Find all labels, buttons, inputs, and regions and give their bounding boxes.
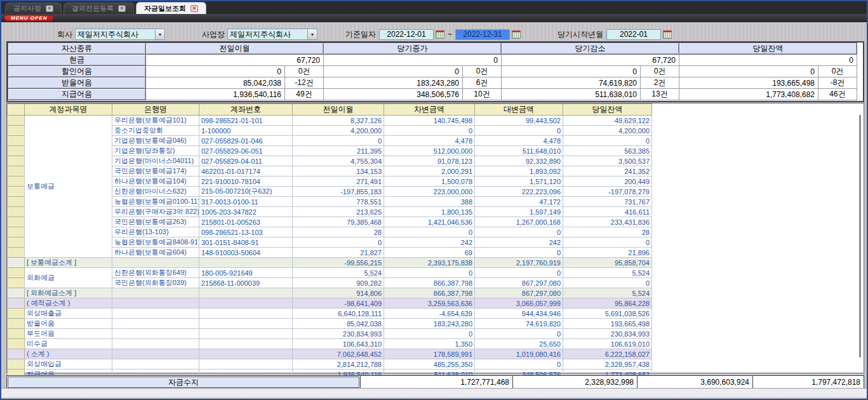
credit-amount-cell: 867,297,080 xyxy=(475,278,563,288)
summary-row[interactable]: 현금67,720067,7200 xyxy=(8,55,857,66)
footer-value-credit: 3,690,603,924 xyxy=(638,375,753,389)
row-indicator[interactable] xyxy=(8,187,25,197)
row-indicator[interactable] xyxy=(8,227,25,237)
grid-row[interactable]: 부도어음230,834,99300230,834,993 xyxy=(8,329,652,339)
row-indicator[interactable] xyxy=(8,177,25,187)
prev-balance-cell: 0 xyxy=(293,237,384,248)
bank-name-cell: 신한은행(외화통장649) xyxy=(112,268,199,278)
row-indicator[interactable] xyxy=(8,126,25,136)
row-indicator[interactable] xyxy=(8,339,25,349)
row-indicator[interactable] xyxy=(8,237,25,248)
credit-amount-cell: 944,434,946 xyxy=(475,309,563,319)
grid-row[interactable]: 외상매입금2,814,212,788485,255,35002,328,957,… xyxy=(8,359,652,370)
tab-notice[interactable]: 공지사항 × xyxy=(5,3,62,14)
account-name-cell: ( 소계 ) xyxy=(25,349,112,359)
row-indicator[interactable] xyxy=(8,258,25,268)
row-indicator[interactable] xyxy=(8,116,25,126)
account-number-cell xyxy=(199,288,293,298)
summary-row[interactable]: 지급어음1,936,540,11649건348,506,57610건511,63… xyxy=(8,89,857,100)
row-indicator[interactable] xyxy=(8,136,25,146)
row-indicator[interactable] xyxy=(8,329,25,339)
grid-row[interactable]: ( 예적금소계 )-98,641,4093,259,563,6363,065,0… xyxy=(8,298,652,309)
bank-name-cell xyxy=(112,339,199,349)
close-icon[interactable]: × xyxy=(118,5,126,12)
period-start-label: 당기시작년월 xyxy=(558,29,603,40)
tab-label: 결의전표등록 xyxy=(72,4,114,13)
menu-open-button[interactable]: MENU OPEN xyxy=(4,15,54,22)
row-indicator[interactable] xyxy=(8,298,25,309)
debit-amount-cell: 0 xyxy=(384,227,475,237)
period-start-field[interactable]: 2022-01 xyxy=(606,29,661,40)
grid-row[interactable]: 외화예금신한은행(외화통장649)180-005-9216495,524005,… xyxy=(8,268,652,278)
summary-amount: 67,720 xyxy=(146,55,324,66)
company-select[interactable]: 제일저지주식회사 ▼ xyxy=(75,29,165,40)
credit-amount-cell: 4,478 xyxy=(475,136,563,146)
grid-row[interactable]: 받을어음85,042,038183,243,28074,619,820193,6… xyxy=(8,319,652,329)
row-indicator[interactable] xyxy=(8,349,25,359)
row-indicator[interactable] xyxy=(8,197,25,207)
tab-fund-daily-report[interactable]: 자금일보조회 × xyxy=(136,2,206,14)
footer-label: 자금수지 xyxy=(6,375,361,389)
prev-balance-cell: 28 xyxy=(293,227,384,237)
base-date-label: 기준일자 xyxy=(345,29,376,40)
row-indicator[interactable] xyxy=(8,207,25,217)
chevron-down-icon[interactable]: ▼ xyxy=(155,29,164,39)
row-indicator[interactable] xyxy=(8,146,25,156)
account-number-cell: 148-910003-50604 xyxy=(199,248,293,258)
close-icon[interactable]: × xyxy=(190,5,198,12)
debit-amount-cell: 178,589,991 xyxy=(384,349,475,359)
vertical-scrollbar[interactable] xyxy=(859,115,861,357)
summary-count: -8건 xyxy=(818,77,857,89)
date-to-field[interactable]: 2022-12-31 xyxy=(455,29,510,40)
row-indicator[interactable] xyxy=(8,319,25,329)
grid-row[interactable]: [ 외화예금소계 ]914,806866,387,798867,297,0805… xyxy=(8,288,652,298)
calendar-icon[interactable] xyxy=(512,30,521,39)
account-number-cell: 215801-01-005263 xyxy=(199,217,293,227)
grid-row[interactable]: 외상매출금6,640,128,111-4,654,639944,434,9465… xyxy=(8,309,652,319)
site-select[interactable]: 제일저지주식회사 ▼ xyxy=(227,29,317,40)
account-name-cell: 부도어음 xyxy=(25,329,112,339)
account-number-cell: 180-005-921649 xyxy=(199,268,293,278)
date-from-field[interactable]: 2022-12-01 xyxy=(379,29,434,40)
account-number-cell: 098-286521-01-101 xyxy=(199,116,293,126)
calendar-icon[interactable] xyxy=(663,30,672,39)
grid-row[interactable]: 보통예금우리은행(보통예금101)098-286521-01-1018,327,… xyxy=(8,116,652,126)
row-indicator[interactable] xyxy=(8,359,25,370)
grid-row[interactable]: ( 소계 )7,062,648,452178,589,9911,019,080,… xyxy=(8,349,652,359)
summary-header-cell: 당기증가 xyxy=(324,43,502,55)
today-balance-cell: 416,611 xyxy=(563,207,652,217)
row-indicator[interactable] xyxy=(8,166,25,177)
summary-row[interactable]: 할인어음00건00건00건00건 xyxy=(8,66,857,77)
tab-voucher-entry[interactable]: 결의전표등록 × xyxy=(63,3,134,14)
main-header-cell: 차변금액 xyxy=(384,104,475,116)
summary-count: 13건 xyxy=(641,89,679,100)
row-indicator[interactable] xyxy=(8,156,25,166)
row-indicator[interactable] xyxy=(8,288,25,298)
prev-balance-cell: 8,327,126 xyxy=(293,116,384,126)
close-icon[interactable]: × xyxy=(46,5,53,12)
row-indicator[interactable] xyxy=(8,278,25,288)
bank-name-cell xyxy=(112,298,199,309)
summary-row[interactable]: 받을어음85,042,038-12건183,243,2806건74,619,82… xyxy=(8,77,857,89)
grid-row[interactable]: 미수금106,643,3101,35025,650106,619,010 xyxy=(8,339,652,349)
account-number-cell: 317-0013-0100-11 xyxy=(199,197,293,207)
row-indicator[interactable] xyxy=(8,217,25,227)
chevron-down-icon[interactable]: ▼ xyxy=(307,29,317,39)
prev-balance-cell: 5,524 xyxy=(293,268,384,278)
calendar-icon[interactable] xyxy=(436,30,444,39)
summary-amount: 183,243,280 xyxy=(324,77,463,89)
app-window: 공지사항 × 결의전표등록 × 자금일보조회 × MENU OPEN 회사 제일… xyxy=(0,0,868,400)
account-number-cell: 221-910010-78104 xyxy=(199,177,293,187)
footer-value-debit: 2,328,932,998 xyxy=(513,375,638,389)
account-number-cell xyxy=(199,309,293,319)
row-indicator[interactable] xyxy=(8,309,25,319)
row-indicator[interactable] xyxy=(8,268,25,278)
account-number-cell: 301-0151-8408-91 xyxy=(199,237,293,248)
prev-balance-cell: 134,153 xyxy=(293,166,384,177)
bank-name-cell xyxy=(112,309,199,319)
row-indicator[interactable] xyxy=(8,248,25,258)
bank-name-cell: 우리은행(보통예금101) xyxy=(112,116,199,126)
grid-row[interactable]: [ 보통예금소계 ]-99,556,2152,393,175,8382,197,… xyxy=(8,258,652,268)
account-number-cell: 098-286521-13-103 xyxy=(199,227,293,237)
bank-name-cell: 국민은행(외화통장039) xyxy=(112,278,199,288)
